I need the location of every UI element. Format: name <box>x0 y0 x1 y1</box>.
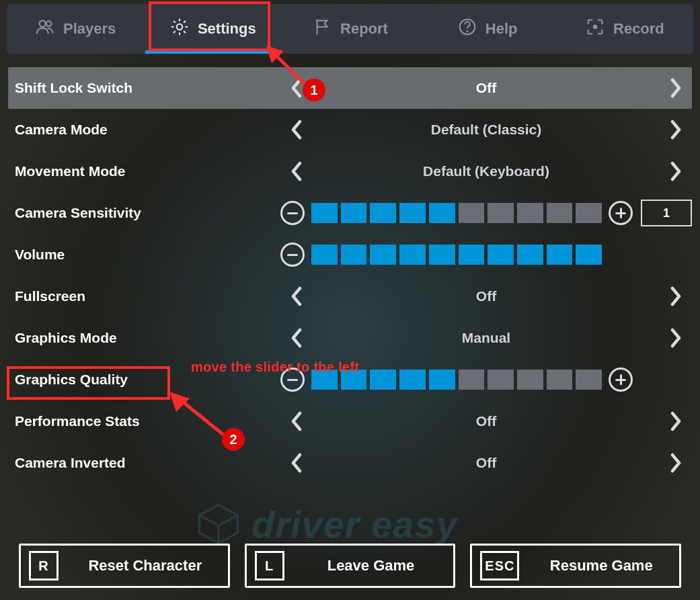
camera-inverted-next[interactable] <box>660 447 692 479</box>
performance-next[interactable] <box>660 405 692 437</box>
svg-point-2 <box>40 21 46 27</box>
value-movement-mode: Default (Keyboard) <box>423 163 549 179</box>
gear-icon <box>169 17 190 41</box>
slider-cell[interactable] <box>576 245 602 265</box>
performance-prev[interactable] <box>280 405 313 437</box>
tab-report-label: Report <box>340 20 388 38</box>
label-camera-mode: Camera Mode <box>8 122 280 138</box>
svg-point-4 <box>177 24 182 30</box>
slider-cell[interactable] <box>311 245 338 265</box>
slider-cell[interactable] <box>341 245 367 265</box>
slider-cell[interactable] <box>547 370 573 390</box>
slider-graphics-quality[interactable] <box>311 370 602 390</box>
camera-mode-prev[interactable] <box>280 114 313 146</box>
fullscreen-next[interactable] <box>660 280 692 312</box>
tab-players[interactable]: Players <box>7 4 144 54</box>
slider-cell[interactable] <box>429 245 455 265</box>
value-graphics-mode: Manual <box>462 330 510 346</box>
graphics-mode-prev[interactable] <box>280 322 313 354</box>
tab-players-label: Players <box>63 20 116 38</box>
svg-point-3 <box>46 22 52 27</box>
movement-mode-prev[interactable] <box>280 155 313 187</box>
label-camera-sensitivity: Camera Sensitivity <box>8 205 280 221</box>
label-fullscreen: Fullscreen <box>8 288 280 304</box>
shift-lock-next[interactable] <box>660 72 692 104</box>
slider-cell[interactable] <box>547 245 573 265</box>
tab-settings-label: Settings <box>198 20 256 38</box>
graphics-quality-plus[interactable] <box>609 368 633 392</box>
slider-cell[interactable] <box>488 245 514 265</box>
value-camera-inverted: Off <box>476 455 496 471</box>
slider-cell[interactable] <box>429 370 455 390</box>
slider-cell[interactable] <box>311 370 338 390</box>
slider-cell[interactable] <box>459 370 485 390</box>
row-shift-lock: Shift Lock Switch Off <box>8 67 692 109</box>
slider-cell[interactable] <box>341 370 367 390</box>
resume-game-label: Resume Game <box>531 557 671 574</box>
graphics-mode-next[interactable] <box>660 322 692 354</box>
slider-cell[interactable] <box>311 203 338 223</box>
camera-sensitivity-value-box[interactable]: 1 <box>641 200 692 226</box>
volume-minus[interactable] <box>280 243 305 267</box>
value-performance: Off <box>476 413 496 429</box>
row-volume: Volume <box>8 234 692 275</box>
camera-inverted-prev[interactable] <box>280 447 313 479</box>
label-shift-lock: Shift Lock Switch <box>8 80 280 96</box>
slider-cell[interactable] <box>517 370 543 390</box>
slider-camera-sensitivity[interactable] <box>311 203 602 223</box>
slider-cell[interactable] <box>370 203 396 223</box>
slider-cell[interactable] <box>459 245 485 265</box>
tab-settings[interactable]: Settings <box>144 4 281 54</box>
label-graphics-mode: Graphics Mode <box>8 330 280 346</box>
slider-cell[interactable] <box>399 370 426 390</box>
movement-mode-next[interactable] <box>660 155 692 187</box>
leave-game-button[interactable]: L Leave Game <box>245 544 456 588</box>
value-fullscreen: Off <box>476 288 496 304</box>
value-camera-mode: Default (Classic) <box>431 122 542 138</box>
tab-record-label: Record <box>613 20 664 38</box>
row-graphics-quality: Graphics Quality <box>8 359 692 400</box>
resume-game-button[interactable]: ESC Resume Game <box>470 544 681 588</box>
label-volume: Volume <box>8 247 280 263</box>
keycap-leave: L <box>255 551 284 581</box>
svg-point-8 <box>593 25 598 30</box>
slider-cell[interactable] <box>429 203 455 223</box>
slider-cell[interactable] <box>576 203 602 223</box>
tab-record[interactable]: Record <box>556 4 693 54</box>
slider-cell[interactable] <box>576 370 602 390</box>
slider-cell[interactable] <box>399 245 426 265</box>
label-graphics-quality: Graphics Quality <box>8 372 280 388</box>
reset-character-button[interactable]: R Reset Character <box>19 544 230 588</box>
slider-cell[interactable] <box>517 245 543 265</box>
tab-report[interactable]: Report <box>281 4 418 54</box>
row-performance-stats: Performance Stats Off <box>8 400 692 442</box>
graphics-quality-minus[interactable] <box>280 368 305 392</box>
watermark-text: driver easy <box>251 503 458 546</box>
keycap-reset: R <box>29 551 59 581</box>
slider-cell[interactable] <box>341 203 367 223</box>
label-movement-mode: Movement Mode <box>8 163 280 179</box>
slider-volume[interactable] <box>311 245 602 265</box>
record-icon <box>585 17 605 41</box>
slider-cell[interactable] <box>399 203 426 223</box>
shift-lock-prev[interactable] <box>280 72 313 104</box>
slider-cell[interactable] <box>459 203 485 223</box>
slider-cell[interactable] <box>517 203 543 223</box>
slider-cell[interactable] <box>488 370 514 390</box>
reset-character-label: Reset Character <box>71 557 220 574</box>
value-shift-lock: Off <box>476 80 496 96</box>
slider-cell[interactable] <box>370 370 396 390</box>
row-graphics-mode: Graphics Mode Manual <box>8 317 692 359</box>
camera-sensitivity-plus[interactable] <box>609 201 633 225</box>
slider-cell[interactable] <box>547 203 573 223</box>
slider-cell[interactable] <box>488 203 514 223</box>
camera-mode-next[interactable] <box>660 114 692 146</box>
slider-cell[interactable] <box>370 245 396 265</box>
svg-marker-0 <box>200 505 238 544</box>
help-icon <box>457 17 477 41</box>
camera-sensitivity-minus[interactable] <box>280 201 305 225</box>
leave-game-label: Leave Game <box>297 557 446 574</box>
label-camera-inverted: Camera Inverted <box>8 455 280 471</box>
tab-help[interactable]: Help <box>419 4 556 54</box>
fullscreen-prev[interactable] <box>280 280 313 312</box>
